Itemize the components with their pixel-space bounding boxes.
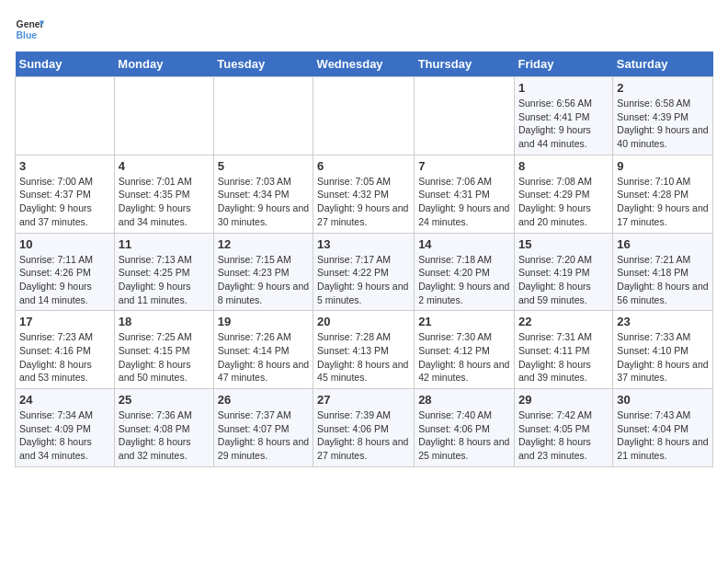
calendar-cell: 5Sunrise: 7:03 AM Sunset: 4:34 PM Daylig…: [213, 155, 313, 233]
day-info: Sunrise: 7:23 AM Sunset: 4:16 PM Dayligh…: [19, 330, 110, 385]
calendar-cell: [114, 77, 213, 155]
calendar-cell: [415, 77, 515, 155]
day-info: Sunrise: 7:03 AM Sunset: 4:34 PM Dayligh…: [218, 175, 309, 229]
day-number: 20: [317, 315, 410, 328]
day-number: 12: [218, 237, 309, 251]
week-row-4: 17Sunrise: 7:23 AM Sunset: 4:16 PM Dayli…: [16, 311, 713, 389]
day-info: Sunrise: 7:18 AM Sunset: 4:20 PM Dayligh…: [418, 253, 510, 307]
day-number: 4: [119, 159, 210, 173]
day-info: Sunrise: 7:17 AM Sunset: 4:22 PM Dayligh…: [317, 253, 410, 307]
day-info: Sunrise: 7:33 AM Sunset: 4:10 PM Dayligh…: [617, 330, 709, 385]
day-info: Sunrise: 7:28 AM Sunset: 4:13 PM Dayligh…: [317, 330, 410, 385]
day-header-tuesday: Tuesday: [213, 52, 313, 77]
calendar-cell: 17Sunrise: 7:23 AM Sunset: 4:16 PM Dayli…: [16, 311, 115, 389]
day-info: Sunrise: 7:00 AM Sunset: 4:37 PM Dayligh…: [19, 175, 110, 229]
day-number: 11: [119, 237, 210, 251]
day-number: 19: [218, 315, 309, 328]
day-number: 30: [617, 393, 709, 407]
calendar-cell: 10Sunrise: 7:11 AM Sunset: 4:26 PM Dayli…: [16, 233, 115, 311]
calendar-cell: 24Sunrise: 7:34 AM Sunset: 4:09 PM Dayli…: [16, 389, 115, 467]
calendar-cell: [16, 77, 115, 155]
day-number: 3: [19, 159, 110, 173]
calendar-cell: 12Sunrise: 7:15 AM Sunset: 4:23 PM Dayli…: [213, 233, 313, 311]
day-number: 25: [119, 393, 210, 407]
logo-icon: General Blue: [15, 15, 44, 44]
calendar-cell: 22Sunrise: 7:31 AM Sunset: 4:11 PM Dayli…: [514, 311, 612, 389]
day-number: 9: [617, 159, 709, 173]
day-header-friday: Friday: [514, 52, 612, 77]
day-info: Sunrise: 7:10 AM Sunset: 4:28 PM Dayligh…: [617, 175, 709, 229]
day-info: Sunrise: 7:13 AM Sunset: 4:25 PM Dayligh…: [119, 253, 210, 307]
week-row-1: 1Sunrise: 6:56 AM Sunset: 4:41 PM Daylig…: [16, 77, 713, 155]
day-info: Sunrise: 7:15 AM Sunset: 4:23 PM Dayligh…: [218, 253, 309, 307]
day-number: 28: [418, 393, 510, 407]
calendar-cell: 27Sunrise: 7:39 AM Sunset: 4:06 PM Dayli…: [313, 389, 415, 467]
day-header-wednesday: Wednesday: [313, 52, 415, 77]
day-number: 17: [19, 315, 110, 328]
day-number: 26: [218, 393, 309, 407]
day-number: 2: [617, 81, 709, 95]
calendar-cell: 6Sunrise: 7:05 AM Sunset: 4:32 PM Daylig…: [313, 155, 415, 233]
logo: General Blue: [15, 15, 44, 44]
calendar-cell: 25Sunrise: 7:36 AM Sunset: 4:08 PM Dayli…: [114, 389, 213, 467]
day-number: 1: [518, 81, 609, 95]
day-number: 18: [119, 315, 210, 328]
week-row-3: 10Sunrise: 7:11 AM Sunset: 4:26 PM Dayli…: [16, 233, 713, 311]
day-info: Sunrise: 7:39 AM Sunset: 4:06 PM Dayligh…: [317, 408, 410, 463]
calendar-cell: 26Sunrise: 7:37 AM Sunset: 4:07 PM Dayli…: [213, 389, 313, 467]
day-info: Sunrise: 7:25 AM Sunset: 4:15 PM Dayligh…: [119, 330, 210, 385]
calendar-cell: 29Sunrise: 7:42 AM Sunset: 4:05 PM Dayli…: [514, 389, 612, 467]
day-info: Sunrise: 7:11 AM Sunset: 4:26 PM Dayligh…: [19, 253, 110, 307]
day-info: Sunrise: 7:06 AM Sunset: 4:31 PM Dayligh…: [418, 175, 510, 229]
day-info: Sunrise: 7:30 AM Sunset: 4:12 PM Dayligh…: [418, 330, 510, 385]
day-number: 10: [19, 237, 110, 251]
calendar-cell: 15Sunrise: 7:20 AM Sunset: 4:19 PM Dayli…: [514, 233, 612, 311]
svg-text:Blue: Blue: [17, 30, 38, 40]
day-info: Sunrise: 7:36 AM Sunset: 4:08 PM Dayligh…: [119, 408, 210, 463]
calendar-cell: 7Sunrise: 7:06 AM Sunset: 4:31 PM Daylig…: [415, 155, 515, 233]
day-number: 13: [317, 237, 410, 251]
calendar-cell: 4Sunrise: 7:01 AM Sunset: 4:35 PM Daylig…: [114, 155, 213, 233]
day-info: Sunrise: 6:56 AM Sunset: 4:41 PM Dayligh…: [518, 97, 609, 151]
calendar-cell: 2Sunrise: 6:58 AM Sunset: 4:39 PM Daylig…: [613, 77, 713, 155]
day-info: Sunrise: 7:20 AM Sunset: 4:19 PM Dayligh…: [518, 253, 609, 307]
day-number: 7: [418, 159, 510, 173]
calendar-cell: [213, 77, 313, 155]
day-number: 22: [518, 315, 609, 328]
day-number: 5: [218, 159, 309, 173]
day-header-monday: Monday: [114, 52, 213, 77]
day-info: Sunrise: 7:42 AM Sunset: 4:05 PM Dayligh…: [518, 408, 609, 463]
day-number: 27: [317, 393, 410, 407]
calendar-cell: 18Sunrise: 7:25 AM Sunset: 4:15 PM Dayli…: [114, 311, 213, 389]
day-info: Sunrise: 6:58 AM Sunset: 4:39 PM Dayligh…: [617, 97, 709, 151]
day-header-thursday: Thursday: [415, 52, 515, 77]
day-info: Sunrise: 7:05 AM Sunset: 4:32 PM Dayligh…: [317, 175, 410, 229]
calendar-cell: 28Sunrise: 7:40 AM Sunset: 4:06 PM Dayli…: [415, 389, 515, 467]
calendar-cell: 1Sunrise: 6:56 AM Sunset: 4:41 PM Daylig…: [514, 77, 612, 155]
calendar-cell: 11Sunrise: 7:13 AM Sunset: 4:25 PM Dayli…: [114, 233, 213, 311]
calendar-cell: 8Sunrise: 7:08 AM Sunset: 4:29 PM Daylig…: [514, 155, 612, 233]
day-number: 16: [617, 237, 709, 251]
calendar-cell: 3Sunrise: 7:00 AM Sunset: 4:37 PM Daylig…: [16, 155, 115, 233]
day-info: Sunrise: 7:40 AM Sunset: 4:06 PM Dayligh…: [418, 408, 510, 463]
day-number: 6: [317, 159, 410, 173]
calendar-cell: 14Sunrise: 7:18 AM Sunset: 4:20 PM Dayli…: [415, 233, 515, 311]
calendar-cell: 20Sunrise: 7:28 AM Sunset: 4:13 PM Dayli…: [313, 311, 415, 389]
day-info: Sunrise: 7:43 AM Sunset: 4:04 PM Dayligh…: [617, 408, 709, 463]
week-row-5: 24Sunrise: 7:34 AM Sunset: 4:09 PM Dayli…: [16, 389, 713, 467]
day-info: Sunrise: 7:08 AM Sunset: 4:29 PM Dayligh…: [518, 175, 609, 229]
calendar-cell: [313, 77, 415, 155]
calendar-cell: 23Sunrise: 7:33 AM Sunset: 4:10 PM Dayli…: [613, 311, 713, 389]
header: General Blue: [15, 15, 713, 44]
day-number: 21: [418, 315, 510, 328]
calendar-cell: 21Sunrise: 7:30 AM Sunset: 4:12 PM Dayli…: [415, 311, 515, 389]
calendar-cell: 19Sunrise: 7:26 AM Sunset: 4:14 PM Dayli…: [213, 311, 313, 389]
day-number: 15: [518, 237, 609, 251]
calendar-cell: 9Sunrise: 7:10 AM Sunset: 4:28 PM Daylig…: [613, 155, 713, 233]
calendar-cell: 13Sunrise: 7:17 AM Sunset: 4:22 PM Dayli…: [313, 233, 415, 311]
day-number: 14: [418, 237, 510, 251]
day-info: Sunrise: 7:26 AM Sunset: 4:14 PM Dayligh…: [218, 330, 309, 385]
day-info: Sunrise: 7:21 AM Sunset: 4:18 PM Dayligh…: [617, 253, 709, 307]
day-number: 8: [518, 159, 609, 173]
day-header-saturday: Saturday: [613, 52, 713, 77]
